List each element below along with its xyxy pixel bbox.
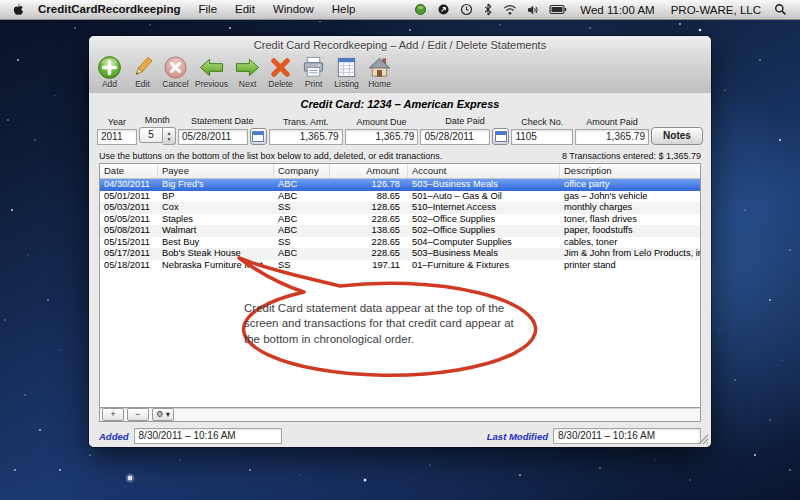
edit-button[interactable]: Edit	[129, 55, 156, 89]
menu-clock-text[interactable]: Wed 11:00 AM	[572, 4, 662, 16]
cell-payee: BP	[158, 191, 274, 203]
stepper-down-icon: ▼	[167, 136, 172, 142]
amount-due-field[interactable]: 1,365.79	[345, 129, 419, 145]
table-row[interactable]: 05/03/2011 Cox SS 128.65 510–Internet Ac…	[100, 202, 700, 214]
table-row[interactable]: 05/08/2011 Walmart ABC 138.65 502–Office…	[100, 225, 700, 237]
clock-menu-extra[interactable]	[455, 3, 478, 16]
statement-date-field[interactable]: 05/28/2011	[178, 129, 248, 145]
cell-description: Jim & John from Lelo Products, inc.	[560, 248, 700, 260]
column-header-payee[interactable]: Payee	[158, 164, 274, 178]
battery-menu-extra[interactable]	[544, 4, 572, 15]
add-button[interactable]: Add	[96, 55, 123, 89]
table-row[interactable]: 04/30/2011 Big Fred's ABC 126.78 503–Bus…	[100, 179, 700, 191]
cancel-button[interactable]: Cancel	[162, 55, 189, 89]
cell-amount: 228.65	[330, 248, 408, 260]
cell-payee: Nebraska Furniture Mart	[158, 260, 274, 272]
trans-amt-field[interactable]: 1,365.79	[269, 129, 343, 145]
gear-menu-button[interactable]: ⚙ ▾	[152, 408, 174, 421]
bluetooth-icon	[483, 3, 493, 16]
table-row[interactable]: 05/01/2011 BP ABC 88.65 501–Auto – Gas &…	[100, 191, 700, 203]
cell-payee: Cox	[158, 202, 274, 214]
amount-paid-field[interactable]: 1,365.79	[575, 129, 649, 145]
menu-user-text[interactable]: PRO-WARE, LLC	[663, 4, 769, 16]
cell-payee: Staples	[158, 214, 274, 226]
edit-pencil-icon	[130, 55, 155, 80]
month-label: Month	[139, 115, 176, 125]
check-no-field[interactable]: 1105	[511, 129, 573, 145]
cell-date: 05/05/2011	[100, 214, 158, 226]
add-icon	[97, 55, 122, 80]
edit-label: Edit	[135, 79, 150, 89]
cell-company: ABC	[274, 214, 330, 226]
bluetooth-menu-extra[interactable]	[478, 3, 498, 16]
cell-amount: 228.65	[330, 237, 408, 249]
check-no-label: Check No.	[511, 117, 573, 127]
home-label: Home	[368, 79, 391, 89]
printer-icon	[301, 55, 326, 80]
app-menu[interactable]: CreditCardRecordkeeping	[29, 0, 190, 19]
menu-edit[interactable]: Edit	[226, 0, 264, 19]
table-row[interactable]: 05/05/2011 Staples ABC 228.65 502–Office…	[100, 214, 700, 226]
statement-date-calendar-button[interactable]	[250, 128, 267, 145]
cell-amount: 128.65	[330, 202, 408, 214]
next-label: Next	[239, 79, 256, 89]
spotlight-menu-extra[interactable]	[769, 3, 792, 16]
transactions-summary: 8 Transactions entered: $ 1,365.79	[562, 151, 701, 161]
cell-company: SS	[274, 237, 330, 249]
clock-icon	[460, 3, 473, 16]
cell-description: toner, flash drives	[560, 214, 700, 226]
table-row[interactable]: 05/17/2011 Bob's Steak House ABC 228.65 …	[100, 248, 700, 260]
menu-window[interactable]: Window	[264, 0, 323, 19]
window-titlebar[interactable]: Credit Card Recordkeeping – Add / Edit /…	[89, 36, 711, 54]
home-button[interactable]: Home	[366, 55, 393, 89]
volume-menu-extra[interactable]	[522, 4, 544, 16]
cell-company: ABC	[274, 179, 330, 191]
resize-grip[interactable]	[698, 434, 709, 445]
column-header-amount[interactable]: Amount	[330, 164, 408, 178]
cell-date: 05/03/2011	[100, 202, 158, 214]
green-app-icon	[414, 3, 427, 16]
print-button[interactable]: Print	[300, 55, 327, 89]
dark-app-menu-extra[interactable]	[432, 3, 455, 16]
window-content: Credit Card: 1234 – American Express Yea…	[89, 93, 711, 447]
notes-button[interactable]: Notes	[651, 127, 703, 145]
add-row-button[interactable]: +	[102, 408, 124, 421]
add-label: Add	[102, 79, 117, 89]
statement-form: Year 2011 Month 5 ▲▼ Statement Date 05/2…	[97, 115, 703, 145]
column-header-account[interactable]: Account	[408, 164, 560, 178]
previous-button[interactable]: Previous	[195, 55, 228, 89]
listing-button[interactable]: Listing	[333, 55, 360, 89]
menu-help[interactable]: Help	[323, 0, 365, 19]
month-stepper[interactable]: ▲▼	[163, 127, 176, 145]
date-paid-field[interactable]: 05/28/2011	[420, 129, 490, 145]
hint-text: Use the buttons on the bottom of the lis…	[99, 151, 442, 161]
cell-date: 05/17/2011	[100, 248, 158, 260]
listing-spreadsheet-icon	[334, 55, 359, 80]
date-paid-calendar-button[interactable]	[492, 128, 509, 145]
remove-row-button[interactable]: −	[127, 408, 149, 421]
wifi-menu-extra[interactable]	[498, 4, 522, 16]
column-header-description[interactable]: Description	[560, 164, 700, 178]
month-field[interactable]: 5	[139, 127, 163, 143]
date-paid-label: Date Paid	[420, 116, 509, 126]
menu-file[interactable]: File	[190, 0, 227, 19]
cell-date: 05/15/2011	[100, 237, 158, 249]
cell-amount: 126.78	[330, 179, 408, 191]
table-row[interactable]: 05/15/2011 Best Buy SS 228.65 504–Comput…	[100, 237, 700, 249]
apple-menu[interactable]	[0, 3, 29, 16]
year-field[interactable]: 2011	[97, 129, 137, 145]
cell-account: 501–Auto – Gas & Oil	[408, 191, 560, 203]
green-app-menu-extra[interactable]	[409, 3, 432, 16]
next-button[interactable]: Next	[234, 55, 261, 89]
column-header-company[interactable]: Company	[274, 164, 330, 178]
cancel-label: Cancel	[162, 79, 188, 89]
wifi-icon	[503, 4, 517, 16]
cell-description: monthly charges	[560, 202, 700, 214]
card-header: Credit Card: 1234 – American Express	[89, 93, 711, 110]
toolbar: Add Edit	[89, 54, 711, 94]
table-row[interactable]: 05/18/2011 Nebraska Furniture Mart SS 19…	[100, 260, 700, 272]
cell-company: SS	[274, 202, 330, 214]
delete-button[interactable]: Delete	[267, 55, 294, 89]
last-modified-label: Last Modified	[487, 431, 548, 442]
column-header-date[interactable]: Date	[100, 164, 158, 178]
